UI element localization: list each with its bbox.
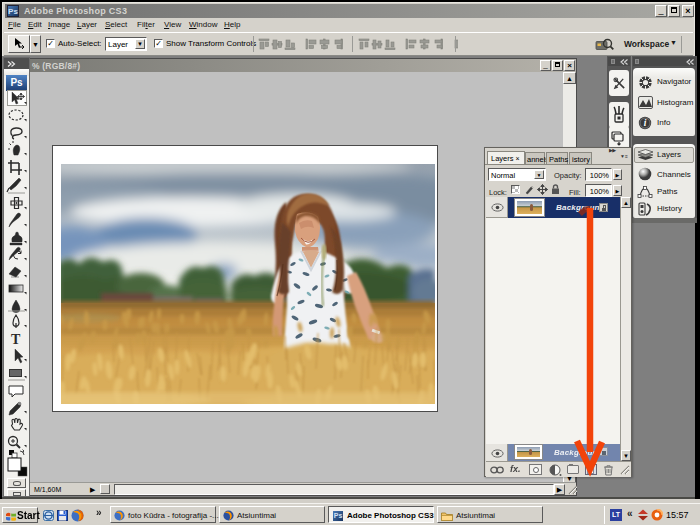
svg-text:T: T (11, 332, 21, 347)
svg-text:i: i (644, 118, 647, 128)
